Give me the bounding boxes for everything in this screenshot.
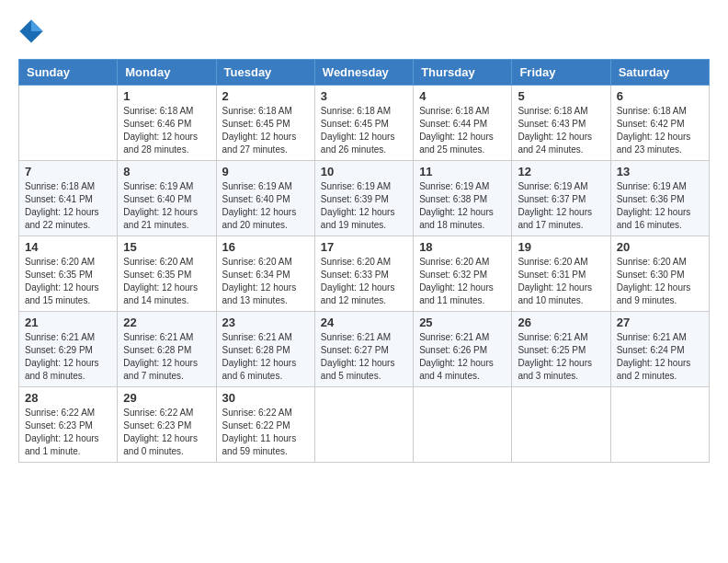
calendar-week-row: 21Sunrise: 6:21 AMSunset: 6:29 PMDayligh… [19, 312, 710, 387]
page-header [18, 18, 710, 44]
calendar-header-row: SundayMondayTuesdayWednesdayThursdayFrid… [19, 60, 710, 86]
day-info: Sunrise: 6:18 AMSunset: 6:46 PMDaylight:… [123, 105, 210, 156]
day-info: Sunrise: 6:19 AMSunset: 6:38 PMDaylight:… [419, 180, 506, 232]
day-info: Sunrise: 6:22 AMSunset: 6:22 PMDaylight:… [222, 407, 309, 458]
calendar-cell: 16Sunrise: 6:20 AMSunset: 6:34 PMDayligh… [216, 236, 314, 312]
day-number: 28 [25, 391, 111, 405]
logo-icon [18, 18, 44, 44]
day-number: 19 [518, 240, 604, 254]
calendar-cell: 23Sunrise: 6:21 AMSunset: 6:28 PMDayligh… [216, 312, 314, 387]
calendar-cell [314, 387, 413, 463]
day-number: 16 [222, 240, 309, 254]
day-number: 29 [123, 391, 210, 405]
calendar-cell: 9Sunrise: 6:19 AMSunset: 6:40 PMDaylight… [216, 161, 314, 236]
calendar-cell: 3Sunrise: 6:18 AMSunset: 6:45 PMDaylight… [314, 86, 413, 161]
calendar-cell: 29Sunrise: 6:22 AMSunset: 6:23 PMDayligh… [118, 387, 216, 463]
day-number: 6 [617, 89, 703, 103]
calendar-cell: 5Sunrise: 6:18 AMSunset: 6:43 PMDaylight… [512, 86, 610, 161]
day-number: 9 [222, 165, 309, 178]
day-number: 26 [518, 316, 604, 329]
calendar-cell: 4Sunrise: 6:18 AMSunset: 6:44 PMDaylight… [414, 86, 512, 161]
day-of-week-header: Friday [512, 60, 610, 86]
day-number: 30 [222, 391, 309, 405]
day-number: 22 [123, 316, 210, 329]
calendar-cell: 2Sunrise: 6:18 AMSunset: 6:45 PMDaylight… [216, 86, 314, 161]
calendar-cell: 14Sunrise: 6:20 AMSunset: 6:35 PMDayligh… [19, 236, 118, 312]
day-of-week-header: Saturday [610, 60, 709, 86]
day-info: Sunrise: 6:19 AMSunset: 6:40 PMDaylight:… [123, 180, 210, 232]
calendar-cell: 10Sunrise: 6:19 AMSunset: 6:39 PMDayligh… [314, 161, 413, 236]
day-of-week-header: Monday [118, 60, 216, 86]
calendar-cell: 6Sunrise: 6:18 AMSunset: 6:42 PMDaylight… [610, 86, 709, 161]
day-number: 12 [518, 165, 604, 178]
day-info: Sunrise: 6:20 AMSunset: 6:31 PMDaylight:… [518, 256, 604, 307]
svg-marker-1 [31, 19, 43, 31]
day-number: 2 [222, 89, 309, 103]
day-info: Sunrise: 6:21 AMSunset: 6:27 PMDaylight:… [321, 331, 407, 383]
day-info: Sunrise: 6:19 AMSunset: 6:39 PMDaylight:… [321, 180, 407, 232]
day-info: Sunrise: 6:18 AMSunset: 6:45 PMDaylight:… [222, 105, 309, 156]
calendar-cell: 30Sunrise: 6:22 AMSunset: 6:22 PMDayligh… [216, 387, 314, 463]
day-number: 5 [518, 89, 604, 103]
day-number: 4 [419, 89, 506, 103]
calendar-cell: 17Sunrise: 6:20 AMSunset: 6:33 PMDayligh… [314, 236, 413, 312]
calendar-week-row: 1Sunrise: 6:18 AMSunset: 6:46 PMDaylight… [19, 86, 710, 161]
calendar-week-row: 28Sunrise: 6:22 AMSunset: 6:23 PMDayligh… [19, 387, 710, 463]
day-number: 20 [617, 240, 703, 254]
day-number: 3 [321, 89, 407, 103]
day-of-week-header: Wednesday [314, 60, 413, 86]
calendar-cell: 18Sunrise: 6:20 AMSunset: 6:32 PMDayligh… [414, 236, 512, 312]
calendar-cell: 15Sunrise: 6:20 AMSunset: 6:35 PMDayligh… [118, 236, 216, 312]
calendar-week-row: 7Sunrise: 6:18 AMSunset: 6:41 PMDaylight… [19, 161, 710, 236]
day-info: Sunrise: 6:19 AMSunset: 6:40 PMDaylight:… [222, 180, 309, 232]
calendar-cell: 27Sunrise: 6:21 AMSunset: 6:24 PMDayligh… [610, 312, 709, 387]
day-number: 24 [321, 316, 407, 329]
day-info: Sunrise: 6:21 AMSunset: 6:28 PMDaylight:… [222, 331, 309, 383]
day-number: 14 [25, 240, 111, 254]
day-number: 18 [419, 240, 506, 254]
day-info: Sunrise: 6:21 AMSunset: 6:26 PMDaylight:… [419, 331, 506, 383]
day-info: Sunrise: 6:18 AMSunset: 6:43 PMDaylight:… [518, 105, 604, 156]
day-info: Sunrise: 6:21 AMSunset: 6:25 PMDaylight:… [518, 331, 604, 383]
day-info: Sunrise: 6:21 AMSunset: 6:24 PMDaylight:… [617, 331, 703, 383]
day-number: 21 [25, 316, 111, 329]
calendar-cell: 12Sunrise: 6:19 AMSunset: 6:37 PMDayligh… [512, 161, 610, 236]
calendar-cell: 1Sunrise: 6:18 AMSunset: 6:46 PMDaylight… [118, 86, 216, 161]
day-number: 10 [321, 165, 407, 178]
day-info: Sunrise: 6:21 AMSunset: 6:28 PMDaylight:… [123, 331, 210, 383]
day-of-week-header: Thursday [414, 60, 512, 86]
day-number: 8 [123, 165, 210, 178]
day-info: Sunrise: 6:20 AMSunset: 6:33 PMDaylight:… [321, 256, 407, 307]
day-number: 7 [25, 165, 111, 178]
day-number: 1 [123, 89, 210, 103]
calendar-cell [512, 387, 610, 463]
calendar-table: SundayMondayTuesdayWednesdayThursdayFrid… [18, 59, 710, 463]
calendar-cell: 28Sunrise: 6:22 AMSunset: 6:23 PMDayligh… [19, 387, 118, 463]
calendar-cell [610, 387, 709, 463]
calendar-week-row: 14Sunrise: 6:20 AMSunset: 6:35 PMDayligh… [19, 236, 710, 312]
day-number: 13 [617, 165, 703, 178]
day-number: 27 [617, 316, 703, 329]
calendar-cell: 21Sunrise: 6:21 AMSunset: 6:29 PMDayligh… [19, 312, 118, 387]
calendar-cell: 13Sunrise: 6:19 AMSunset: 6:36 PMDayligh… [610, 161, 709, 236]
day-info: Sunrise: 6:22 AMSunset: 6:23 PMDaylight:… [25, 407, 111, 458]
day-info: Sunrise: 6:22 AMSunset: 6:23 PMDaylight:… [123, 407, 210, 458]
calendar-cell: 25Sunrise: 6:21 AMSunset: 6:26 PMDayligh… [414, 312, 512, 387]
day-info: Sunrise: 6:19 AMSunset: 6:36 PMDaylight:… [617, 180, 703, 232]
day-info: Sunrise: 6:18 AMSunset: 6:44 PMDaylight:… [419, 105, 506, 156]
day-number: 23 [222, 316, 309, 329]
day-info: Sunrise: 6:20 AMSunset: 6:30 PMDaylight:… [617, 256, 703, 307]
day-info: Sunrise: 6:19 AMSunset: 6:37 PMDaylight:… [518, 180, 604, 232]
calendar-cell: 20Sunrise: 6:20 AMSunset: 6:30 PMDayligh… [610, 236, 709, 312]
calendar-cell: 11Sunrise: 6:19 AMSunset: 6:38 PMDayligh… [414, 161, 512, 236]
calendar-cell [19, 86, 118, 161]
day-info: Sunrise: 6:20 AMSunset: 6:34 PMDaylight:… [222, 256, 309, 307]
day-info: Sunrise: 6:18 AMSunset: 6:42 PMDaylight:… [617, 105, 703, 156]
day-number: 25 [419, 316, 506, 329]
day-info: Sunrise: 6:20 AMSunset: 6:35 PMDaylight:… [25, 256, 111, 307]
day-info: Sunrise: 6:18 AMSunset: 6:45 PMDaylight:… [321, 105, 407, 156]
day-info: Sunrise: 6:21 AMSunset: 6:29 PMDaylight:… [25, 331, 111, 383]
day-info: Sunrise: 6:20 AMSunset: 6:35 PMDaylight:… [123, 256, 210, 307]
calendar-cell: 22Sunrise: 6:21 AMSunset: 6:28 PMDayligh… [118, 312, 216, 387]
calendar-cell [414, 387, 512, 463]
